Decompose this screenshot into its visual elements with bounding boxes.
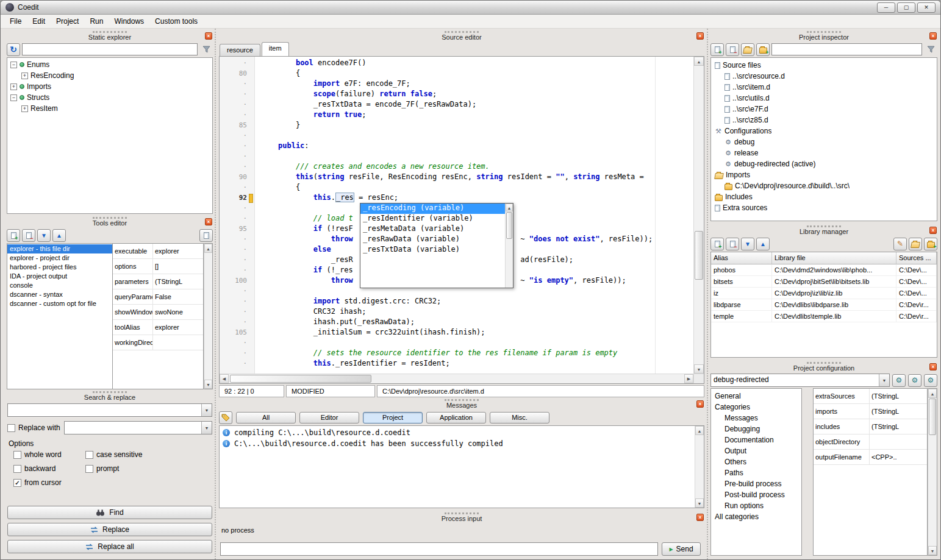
drag-grip[interactable] — [445, 399, 479, 401]
expand-icon[interactable]: + — [21, 73, 28, 79]
expand-icon[interactable]: + — [10, 83, 17, 90]
titlebar[interactable]: Coedit ─ ▢ ✕ — [1, 1, 940, 15]
panel-close-icon[interactable]: x — [696, 514, 704, 521]
line-number[interactable]: 80 — [220, 68, 254, 79]
left-splitter[interactable] — [215, 29, 216, 559]
expand-icon[interactable]: + — [21, 105, 28, 112]
scroll-up-icon[interactable]: ▲ — [694, 57, 704, 66]
completion-item[interactable]: _resMetaData (variable) — [360, 224, 505, 235]
log-entry[interactable]: iC:\...\build\resource.d.coedit has been… — [220, 438, 694, 449]
tool-property-value[interactable]: explorer — [153, 320, 203, 335]
inspector-node[interactable]: debug-redirected (active) — [711, 158, 937, 169]
tool-property-row[interactable]: showWindowsswoNone — [113, 305, 203, 320]
panel-close-icon[interactable]: x — [205, 218, 212, 225]
config-property-value[interactable]: (TStringL — [870, 419, 927, 434]
line-number[interactable]: · — [220, 89, 254, 99]
line-number[interactable]: · — [220, 58, 254, 68]
tool-item[interactable]: console — [7, 281, 112, 290]
scrollbar-thumb[interactable] — [230, 375, 371, 383]
checkbox-whole-word[interactable]: whole word — [13, 450, 85, 459]
filter-misc[interactable]: Misc. — [490, 412, 549, 424]
category-item[interactable]: Categories — [711, 402, 801, 413]
scrollbar-thumb[interactable] — [506, 212, 512, 239]
menu-run[interactable]: Run — [84, 15, 109, 27]
search-term-value[interactable] — [8, 404, 201, 416]
code-line[interactable]: { — [278, 182, 693, 193]
menu-windows[interactable]: Windows — [109, 15, 149, 27]
line-number[interactable]: · — [220, 244, 254, 255]
completion-item[interactable]: _resIdentifier (variable) — [360, 214, 505, 224]
right-splitter[interactable] — [707, 29, 709, 559]
checkbox-box[interactable] — [85, 465, 93, 473]
inspector-node[interactable]: release — [711, 147, 937, 158]
column-header[interactable]: Library file — [772, 252, 896, 264]
symbol-node[interactable]: −Structs — [7, 92, 212, 103]
editor-horizontal-scrollbar[interactable]: ◀ ▶ — [220, 374, 693, 383]
category-item[interactable]: Debugging — [711, 424, 801, 434]
symbol-node[interactable]: +ResEncoding — [7, 70, 212, 81]
inspector-node[interactable]: ..\src\resource.d — [711, 71, 937, 82]
line-number[interactable]: · — [220, 203, 254, 213]
checkbox-box[interactable] — [13, 451, 21, 459]
search-term-combobox[interactable]: ▼ — [7, 403, 212, 417]
panel-close-icon[interactable]: x — [205, 32, 212, 40]
category-item[interactable]: Pre-build process — [711, 478, 801, 489]
line-number[interactable]: · — [220, 182, 254, 193]
find-button[interactable]: Find — [7, 506, 212, 519]
line-number[interactable]: · — [220, 110, 254, 120]
tool-property-row[interactable]: options[] — [113, 259, 203, 274]
inspector-node[interactable]: debug — [711, 136, 937, 147]
filter-button[interactable] — [199, 43, 213, 56]
category-item[interactable]: Post-build process — [711, 489, 801, 500]
completion-item[interactable]: _resRawData (variable) — [360, 235, 505, 245]
editor-tab-item[interactable]: item — [262, 42, 289, 56]
editor-tab-resource[interactable]: resource — [220, 44, 260, 56]
line-number[interactable]: · — [220, 338, 254, 348]
category-item[interactable]: Messages — [711, 413, 801, 424]
category-item[interactable]: Output — [711, 445, 801, 456]
drag-grip[interactable] — [93, 31, 127, 33]
move-library-down-button[interactable]: ▼ — [741, 238, 754, 250]
tool-item[interactable]: harbored - project files — [7, 263, 112, 272]
panel-header[interactable]: Library manager x — [709, 225, 939, 236]
tool-property-row[interactable]: parameters(TStringL — [113, 274, 203, 289]
checkbox-backward[interactable]: backward — [13, 464, 85, 473]
tool-property-value[interactable]: swoNone — [153, 305, 203, 319]
menu-project[interactable]: Project — [51, 15, 84, 27]
drag-grip[interactable] — [93, 217, 127, 219]
code-line[interactable] — [278, 130, 693, 141]
refresh-button[interactable]: ↻ — [7, 43, 20, 56]
line-number[interactable]: · — [220, 151, 254, 161]
config-property-value[interactable]: (TStringL — [870, 389, 927, 403]
line-number[interactable]: · — [220, 307, 254, 317]
code-line[interactable]: import e7F: encode_7F; — [278, 79, 693, 89]
config-property-value[interactable]: (TStringL — [870, 404, 927, 419]
inspector-node[interactable]: Imports — [711, 169, 937, 180]
tool-property-value[interactable] — [153, 335, 203, 350]
collapse-icon[interactable]: − — [10, 62, 17, 68]
replace-button[interactable]: Replace — [7, 523, 212, 536]
line-number[interactable]: · — [220, 265, 254, 275]
scroll-up-icon[interactable]: ▲ — [695, 426, 704, 435]
move-tool-down-button[interactable]: ▼ — [37, 229, 51, 242]
checkbox-box[interactable] — [85, 451, 93, 459]
add-library-button[interactable] — [710, 238, 724, 250]
line-number[interactable]: · — [220, 99, 254, 110]
panel-header[interactable]: Static explorer x — [5, 30, 214, 41]
scroll-down-icon[interactable]: ▼ — [694, 364, 704, 374]
code-line[interactable]: _resTxtData = encode_7F(_resRawData); — [278, 99, 693, 110]
completion-item[interactable]: _resEncoding (variable) — [360, 204, 505, 214]
scroll-up-icon[interactable]: ▲ — [204, 244, 212, 253]
filter-button[interactable] — [924, 43, 937, 56]
library-from-folder-button[interactable] — [909, 238, 922, 250]
checkbox-case-sensitive[interactable]: case sensitive — [85, 450, 212, 459]
scrollbar-thumb[interactable] — [695, 231, 703, 280]
open-folder-button[interactable] — [741, 43, 754, 56]
symbol-node[interactable]: +ResItem — [7, 103, 212, 114]
line-number[interactable]: · — [220, 296, 254, 307]
remove-configuration-button[interactable]: ⚙ — [908, 374, 921, 387]
tool-property-row[interactable]: executableexplorer — [113, 244, 203, 259]
process-input-field[interactable] — [220, 542, 658, 556]
code-line[interactable]: _initialSum = crc322uint(ihash.finish); — [278, 327, 693, 338]
panel-header[interactable]: Project inspector x — [709, 30, 939, 41]
